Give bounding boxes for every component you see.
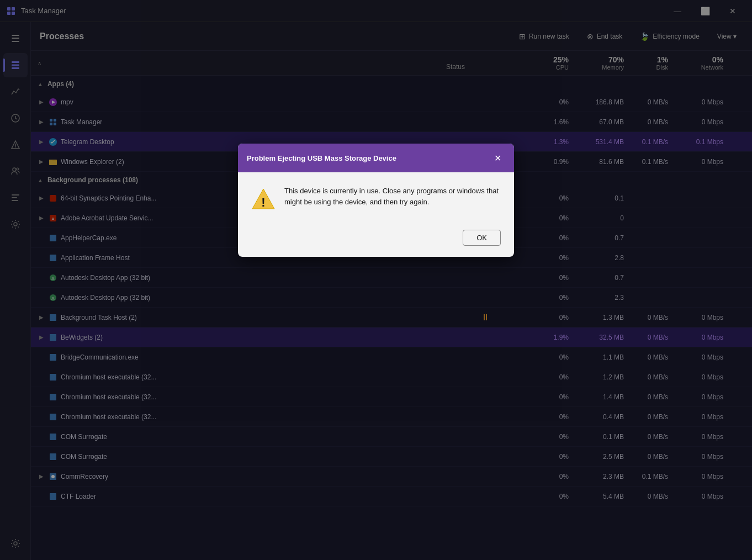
usb-eject-dialog: Problem Ejecting USB Mass Storage Device… [238, 144, 514, 257]
dialog-ok-button[interactable]: OK [463, 230, 501, 246]
dialog-footer: OK [238, 223, 514, 257]
dialog-close-button[interactable]: ✕ [490, 150, 505, 166]
dialog-title: Problem Ejecting USB Mass Storage Device [247, 154, 396, 162]
dialog-overlay: Problem Ejecting USB Mass Storage Device… [0, 0, 752, 560]
dialog-titlebar: Problem Ejecting USB Mass Storage Device… [238, 144, 514, 172]
dialog-message: This device is currently in use. Close a… [284, 186, 501, 207]
dialog-body: ! This device is currently in use. Close… [238, 172, 514, 223]
svg-text:!: ! [261, 196, 265, 209]
warning-icon: ! [251, 187, 276, 214]
